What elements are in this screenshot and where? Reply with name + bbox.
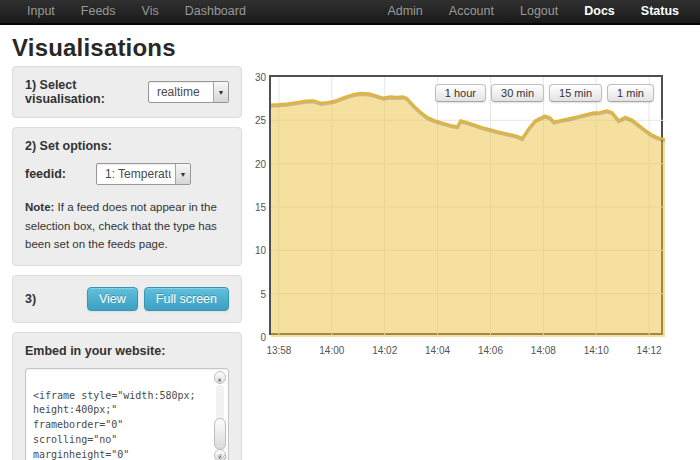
y-tick-label: 10	[250, 245, 266, 256]
x-tick-label: 14:02	[365, 345, 405, 356]
actions-panel: 3) View Full screen	[12, 275, 242, 323]
embed-panel: Embed in your website: <iframe style="wi…	[12, 332, 242, 460]
controls-column: 1) Select visualisation: realtime ▼ 2) S…	[12, 66, 242, 460]
chevron-down-icon: ▼	[213, 82, 228, 102]
nav-item-vis[interactable]: Vis	[129, 0, 172, 24]
range-button-1-min[interactable]: 1 min	[607, 84, 654, 102]
x-tick-label: 14:10	[576, 345, 616, 356]
navbar-right-menu: AdminAccountLogoutDocsStatus	[374, 0, 692, 23]
scrollbar-thumb[interactable]	[214, 418, 226, 450]
range-button-1-hour[interactable]: 1 hour	[435, 84, 486, 102]
temperature-area-chart	[271, 77, 665, 337]
y-tick-label: 25	[250, 115, 266, 126]
nav-item-account[interactable]: Account	[436, 0, 507, 24]
scroll-up-icon[interactable]: ▲	[214, 371, 226, 384]
navbar-left-menu: InputFeedsVisDashboard	[14, 0, 259, 23]
step3-label: 3)	[25, 292, 36, 306]
note-body: If a feed does not appear in the selecti…	[25, 201, 217, 250]
select-visualisation-panel: 1) Select visualisation: realtime ▼	[12, 66, 242, 118]
x-tick-label: 14:08	[523, 345, 563, 356]
top-navbar: InputFeedsVisDashboard AdminAccountLogou…	[0, 0, 700, 25]
nav-item-logout[interactable]: Logout	[507, 0, 571, 24]
page-title: Visualisations	[12, 34, 176, 62]
chart-plot-area[interactable]	[269, 75, 663, 335]
feedid-select-value: 1: Temperatur	[105, 167, 171, 181]
nav-item-admin[interactable]: Admin	[374, 0, 435, 24]
range-button-30-min[interactable]: 30 min	[491, 84, 544, 102]
visualisation-select-value: realtime	[157, 85, 209, 99]
nav-item-feeds[interactable]: Feeds	[68, 0, 129, 24]
chevron-down-icon: ▼	[175, 164, 190, 184]
nav-item-docs[interactable]: Docs	[571, 0, 628, 24]
select-visualisation-label: 1) Select visualisation:	[25, 78, 148, 106]
y-tick-label: 15	[250, 202, 266, 213]
fullscreen-button[interactable]: Full screen	[144, 287, 229, 311]
set-options-label: 2) Set options:	[25, 139, 229, 153]
x-tick-label: 14:06	[470, 345, 510, 356]
scrollbar-track[interactable]	[216, 385, 224, 448]
visualisation-select[interactable]: realtime ▼	[148, 81, 229, 103]
realtime-chart: 051015202530 13:5814:0014:0214:0414:0614…	[250, 75, 695, 375]
y-tick-label: 20	[250, 159, 266, 170]
nav-item-dashboard[interactable]: Dashboard	[172, 0, 259, 24]
feed-note: Note: If a feed does not appear in the s…	[25, 198, 229, 254]
y-tick-label: 5	[250, 289, 266, 300]
view-button[interactable]: View	[87, 287, 138, 311]
x-tick-label: 13:58	[259, 345, 299, 356]
embed-title: Embed in your website:	[25, 344, 229, 358]
set-options-panel: 2) Set options: feedid: 1: Temperatur ▼ …	[12, 127, 242, 266]
embed-code-text: <iframe style="width:580px; height:400px…	[33, 390, 229, 460]
x-tick-label: 14:00	[312, 345, 352, 356]
nav-item-input[interactable]: Input	[14, 0, 68, 24]
y-tick-label: 30	[250, 72, 266, 83]
nav-item-status[interactable]: Status	[628, 0, 692, 24]
x-tick-label: 14:12	[629, 345, 669, 356]
y-tick-label: 0	[250, 332, 266, 343]
note-prefix: Note:	[25, 201, 54, 213]
embed-code-textarea[interactable]: <iframe style="width:580px; height:400px…	[25, 368, 229, 460]
embed-scrollbar[interactable]: ▲ ▼	[213, 371, 226, 460]
range-button-15-min[interactable]: 15 min	[549, 84, 602, 102]
feedid-select[interactable]: 1: Temperatur ▼	[96, 163, 191, 185]
feedid-label: feedid:	[25, 167, 66, 181]
resize-grip-icon[interactable]	[218, 454, 227, 460]
time-range-buttons: 1 hour30 min15 min1 min	[271, 84, 661, 102]
x-tick-label: 14:04	[418, 345, 458, 356]
